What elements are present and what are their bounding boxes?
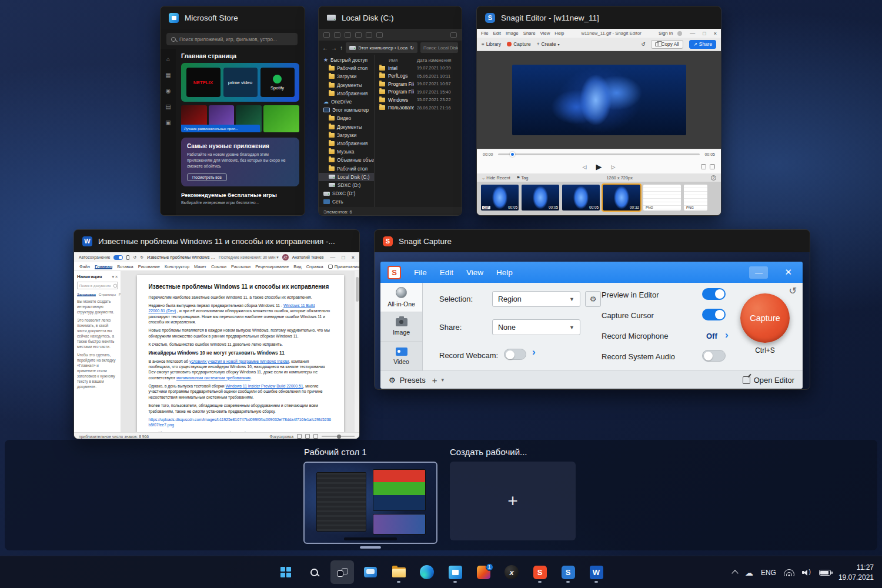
share-button[interactable]: ↗Share [689, 40, 716, 49]
selection-settings-button[interactable]: ⚙ [585, 291, 601, 307]
tree-item[interactable]: ☁OneDrive [319, 98, 374, 106]
timeline-slider[interactable] [498, 153, 700, 155]
scrollbar-thumb[interactable] [356, 277, 359, 302]
hyperlink[interactable]: минимальным системным требованиям [176, 376, 250, 380]
menu-edit[interactable]: Edit [440, 268, 453, 277]
chevron-down-icon[interactable]: ▾ [442, 377, 445, 383]
desktop1-thumbnail[interactable] [303, 462, 437, 544]
ribbon-tool-icon[interactable] [366, 32, 372, 38]
menu-share[interactable]: Share [523, 31, 536, 36]
explorer-search-input[interactable]: Поиск: Local Disk (C:) [420, 42, 458, 53]
window-snagit-editor[interactable]: S Snagit Editor - [w11new_11] File Edit … [476, 6, 721, 216]
tab-references[interactable]: Ссылки [211, 264, 226, 269]
address-bar[interactable]: Этот компьютер › Local ... ↻ [346, 42, 417, 53]
tree-item-selected[interactable]: Local Disk (C:) [319, 173, 374, 181]
tree-item[interactable]: ★Быстрый доступ [319, 56, 374, 64]
close-icon[interactable]: × [714, 31, 717, 36]
volume-icon[interactable]: ) [802, 569, 811, 576]
webcam-toggle[interactable] [504, 349, 526, 360]
minimize-icon[interactable]: — [690, 31, 695, 36]
task-view-button[interactable] [330, 560, 354, 584]
save-frame-icon[interactable] [701, 164, 706, 169]
menu-help[interactable]: Help [554, 31, 564, 36]
scrollbar[interactable] [355, 271, 359, 432]
sign-in-button[interactable]: Sign In [659, 31, 673, 36]
see-all-button[interactable]: Посмотреть все [187, 173, 227, 181]
copy-all-button[interactable]: Copy All [651, 40, 683, 49]
store-hero-banner[interactable]: NETFLIX prime video Spotify [181, 63, 299, 102]
ribbon-tool-icon[interactable] [345, 32, 351, 38]
tab-home[interactable]: Главная [95, 264, 112, 269]
refresh-icon[interactable]: ↻ [410, 45, 414, 51]
menu-view[interactable]: View [466, 268, 483, 277]
ribbon-tool-icon[interactable] [323, 32, 330, 38]
presets-label[interactable]: Presets [400, 376, 426, 385]
library-button[interactable]: ≡Library [482, 41, 501, 47]
menu-file[interactable]: File [481, 31, 489, 36]
autosave-toggle[interactable] [113, 255, 123, 260]
store-promo-row[interactable]: Лучшие развлекательные прил... [181, 105, 299, 132]
snagit-capture-button[interactable]: S [528, 560, 552, 584]
menu-edit[interactable]: Edit [493, 31, 501, 36]
read-mode-icon[interactable] [297, 434, 302, 439]
maximize-icon[interactable]: □ [342, 255, 345, 260]
tab-review[interactable]: Рецензирование [255, 264, 289, 269]
snagit-editor-button[interactable]: S [556, 560, 580, 584]
capture-thumbnail[interactable]: 00:05 [522, 185, 559, 211]
tab-video[interactable]: Video [380, 342, 422, 370]
file-row[interactable]: Windows15.07.2021 23:22 [379, 96, 458, 104]
tree-item[interactable]: Загрузки [319, 72, 374, 81]
edge-button[interactable] [415, 560, 439, 584]
tree-item[interactable]: Документы [319, 123, 374, 131]
tree-item[interactable]: Документы [319, 81, 374, 89]
last-changes-label[interactable]: Последние изменения: 30 мин ▾ [219, 255, 279, 260]
file-row[interactable]: Intel19.07.2021 10:39 [379, 64, 458, 72]
capture-button[interactable]: Capture [507, 41, 531, 47]
open-editor-button[interactable]: Open Editor [743, 376, 794, 385]
tree-item[interactable]: Объемные объекты [319, 156, 374, 164]
tree-item[interactable]: SDXC (D:) [319, 181, 374, 189]
nav-tab-pages[interactable]: Страницы [99, 292, 116, 296]
microphone-chevron-icon[interactable]: › [725, 329, 729, 341]
tree-item[interactable]: Рабочий стол [319, 164, 374, 172]
tree-item[interactable]: Рабочий стол [319, 64, 374, 72]
chevron-up-icon[interactable] [731, 570, 738, 576]
window-local-disk[interactable]: Local Disk (C:) ← → ↑ Этот компьютер › L… [318, 6, 462, 216]
tree-item[interactable]: Загрузки [319, 131, 374, 139]
tree-item[interactable]: SDXC (D:) [319, 189, 374, 198]
nav-tab-headings[interactable]: Заголовки [77, 292, 96, 296]
prime-video-tile[interactable]: prime video [223, 68, 258, 97]
capture-thumbnail[interactable]: 00:05 [562, 185, 600, 211]
file-row[interactable]: Program Files19.07.2021 10:57 [379, 80, 458, 88]
undo-icon[interactable]: ↺ [133, 255, 136, 260]
create-button[interactable]: +Create▾ [537, 41, 560, 47]
capture-thumbnail[interactable]: PNG [643, 185, 681, 211]
document-page[interactable]: Известные проблемы Windows 11 и способы … [137, 275, 344, 432]
user-avatar[interactable]: АТ [282, 254, 289, 260]
up-icon[interactable]: ↑ [340, 45, 343, 51]
file-row[interactable]: PerfLogs05.06.2021 10:11 [379, 72, 458, 81]
search-button[interactable] [302, 560, 326, 584]
back-icon[interactable]: ← [322, 45, 328, 51]
photos-app-button[interactable]: 1 [472, 560, 495, 584]
list-header[interactable]: Имя Дата изменения [379, 56, 458, 64]
cut-icon[interactable] [710, 164, 715, 169]
hyperlink[interactable]: Windows 11 Insider Preview Build 22000.5… [225, 384, 303, 388]
webcam-chevron-icon[interactable]: › [532, 346, 536, 358]
tree-item[interactable]: Изображения [319, 89, 374, 98]
spotify-tile[interactable]: Spotify [260, 68, 295, 97]
comments-button[interactable]: Примечания [328, 264, 360, 269]
ribbon-tool-icon[interactable] [334, 32, 340, 38]
account-icon[interactable] [677, 31, 682, 36]
tab-layout[interactable]: Макет [194, 264, 206, 269]
tab-file[interactable]: Файл [79, 264, 90, 269]
undo-icon[interactable]: ↺ [642, 41, 646, 47]
minimize-button[interactable]: — [749, 266, 768, 279]
netflix-tile[interactable]: NETFLIX [186, 68, 220, 97]
ribbon-tool-icon[interactable] [355, 32, 362, 38]
window-microsoft-store[interactable]: Microsoft Store Поиск приложений, игр, ф… [160, 6, 305, 216]
movies-icon[interactable]: ▤ [165, 103, 171, 110]
tab-image[interactable]: Image [380, 312, 422, 342]
battery-icon[interactable] [819, 570, 831, 576]
minimize-icon[interactable]: — [330, 255, 335, 260]
